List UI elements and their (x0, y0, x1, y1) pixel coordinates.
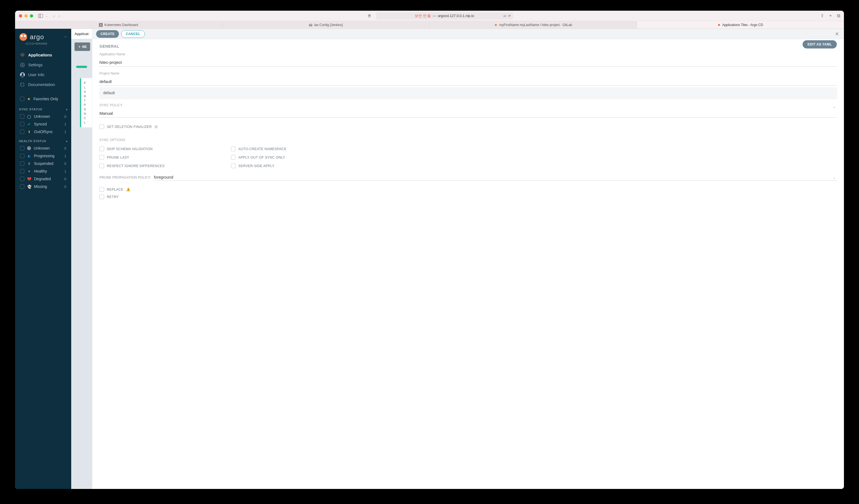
app-status-pill (76, 66, 87, 68)
chevron-down-icon[interactable]: ⌄ (46, 15, 48, 17)
checkbox[interactable] (20, 97, 25, 101)
checkbox[interactable] (20, 114, 25, 119)
shield-icon[interactable]: ⛨ (367, 13, 372, 18)
argo-sidebar: argo ← v2.8.0+804d4b8 Applications Setti… (15, 29, 71, 230)
project-name-input[interactable] (100, 77, 392, 86)
filter-health-suspended[interactable]: ⏸ Suspended 0 (15, 160, 71, 167)
filter-health-progressing[interactable]: ◐ Progressing 1 (15, 152, 71, 160)
health-status-heading[interactable]: HEALTH STATUS ▴ (15, 136, 71, 144)
create-button[interactable]: CREATE (96, 30, 119, 38)
prune-propagation-policy-field: PRUNE PROPAGATION POLICY: foreground ⌄ (100, 174, 392, 181)
help-icon[interactable] (154, 125, 158, 128)
caret-up-icon: ▴ (66, 108, 67, 111)
cancel-button[interactable]: CANCEL (121, 30, 145, 38)
filter-count: 1 (64, 169, 66, 173)
option-respect-ignore-differences[interactable]: RESPECT IGNORE DIFFERENCES (100, 162, 220, 170)
filter-health-degraded[interactable]: 💔 Degraded 0 (15, 175, 71, 183)
option-label: SERVER-SIDE APPLY (238, 164, 274, 168)
svg-point-1 (22, 64, 23, 66)
filter-label: Synced (34, 122, 47, 126)
forward-button[interactable]: › (59, 13, 60, 18)
missing-icon: 👻 (27, 185, 31, 189)
browser-tab-k8s[interactable]: 1 Kubernetes Dashboard (15, 21, 222, 29)
back-button[interactable]: ‹ (54, 13, 55, 18)
nav-label: Settings (28, 63, 43, 67)
favorites-only-filter[interactable]: ★ Favorites Only (15, 94, 71, 104)
new-app-button[interactable]: ＋ NE (75, 43, 90, 51)
checkbox[interactable] (20, 177, 25, 181)
filter-label: Suspended (34, 161, 54, 166)
checkbox[interactable] (100, 147, 104, 151)
nav-label: User Info (28, 73, 44, 77)
checkbox[interactable] (100, 195, 104, 199)
nav-user-info[interactable]: User Info (15, 70, 71, 80)
option-apply-out-of-sync-only[interactable]: APPLY OUT OF SYNC ONLY (231, 154, 351, 161)
close-window-button[interactable] (19, 14, 22, 17)
checkbox[interactable] (231, 155, 236, 160)
checkbox[interactable] (20, 129, 25, 134)
nav-settings[interactable]: Settings (15, 60, 71, 70)
url-bar[interactable]: 보안 안 됨 — argocd.127.0.0.1.nip.io 🗚 ⟳ (376, 12, 393, 19)
option-label: RETRY (107, 195, 119, 199)
option-label: APPLY OUT OF SYNC ONLY (238, 156, 285, 159)
warning-icon: ⚠️ (126, 187, 130, 192)
checkbox[interactable] (100, 187, 104, 192)
filter-health-unknown[interactable]: ? Unknown 0 (15, 144, 71, 152)
project-name-suggestion[interactable]: default (100, 87, 392, 98)
app-card[interactable]: P L S R T P D N C L (80, 78, 94, 127)
option-skip-schema-validation[interactable]: SKIP SCHEMA VALIDATION (100, 145, 220, 153)
filter-sync-outofsync[interactable]: ⬆ OutOfSync 1 (15, 128, 71, 136)
create-application-panel: CREATE CANCEL ✕ EDIT AS YAML GENERAL App… (92, 29, 392, 230)
filter-label: Unknown (34, 146, 49, 150)
checkbox[interactable] (20, 122, 25, 126)
unknown-icon: ◯ (27, 114, 31, 119)
filter-sync-unknown[interactable]: ◯ Unknown 0 (15, 112, 71, 120)
checkbox[interactable] (20, 146, 25, 150)
maximize-window-button[interactable] (30, 14, 33, 17)
nav-applications[interactable]: Applications (15, 50, 71, 60)
set-deletion-finalizer-option[interactable]: SET DELETION FINALIZER (100, 123, 392, 131)
prune-propagation-select[interactable]: foreground ⌄ (154, 174, 392, 181)
checkbox[interactable] (20, 184, 25, 189)
checkbox[interactable] (20, 161, 25, 166)
browser-tab-jenkins[interactable]: 🤖 Ias Config [Jenkins] (222, 21, 393, 29)
layers-icon (20, 52, 25, 58)
option-replace[interactable]: REPLACE ⚠️ (100, 186, 392, 193)
filter-count: 0 (64, 146, 66, 150)
option-server-side-apply[interactable]: SERVER-SIDE APPLY (231, 162, 351, 170)
checkbox[interactable] (231, 164, 236, 168)
application-name-input[interactable] (100, 58, 392, 66)
filter-count: 0 (64, 162, 66, 166)
collapse-sidebar-icon[interactable]: ← (63, 34, 68, 39)
checkbox[interactable] (100, 155, 104, 160)
nav-documentation[interactable]: Documentation (15, 80, 71, 90)
caret-up-icon: ▴ (66, 139, 67, 143)
filter-label: OutOfSync (34, 129, 52, 134)
filter-health-healthy[interactable]: ♥ Healthy 1 (15, 167, 71, 175)
checkbox[interactable] (20, 154, 25, 158)
checkbox[interactable] (20, 169, 25, 173)
star-icon: ★ (27, 97, 31, 101)
sidebar-toggle-icon[interactable] (38, 14, 43, 18)
filter-health-missing[interactable]: 👻 Missing 0 (15, 183, 71, 190)
svg-marker-0 (20, 53, 25, 55)
sync-status-heading[interactable]: SYNC STATUS ▴ (15, 104, 71, 112)
jenkins-icon: 🤖 (309, 23, 313, 27)
filter-sync-synced[interactable]: ✔ Synced 1 (15, 120, 71, 128)
field-label: SYNC POLICY (100, 103, 392, 107)
checkbox[interactable] (231, 147, 236, 151)
sync-policy-select[interactable]: Manual ⌄ (100, 109, 392, 118)
option-retry[interactable]: RETRY (100, 193, 392, 200)
checkbox[interactable] (100, 124, 104, 129)
nav-label: Documentation (28, 82, 55, 87)
general-heading: GENERAL (100, 39, 392, 52)
checkbox[interactable] (100, 164, 104, 168)
option-auto-create-namespace[interactable]: AUTO-CREATE NAMESPACE (231, 145, 351, 153)
minimize-window-button[interactable] (25, 14, 28, 17)
option-prune-last[interactable]: PRUNE LAST (100, 154, 220, 161)
gear-icon (20, 62, 25, 67)
application-name-field: Application Name (100, 52, 392, 66)
question-icon: ? (27, 146, 31, 150)
progressing-icon: ◐ (27, 154, 31, 158)
field-label: Application Name (100, 52, 392, 56)
